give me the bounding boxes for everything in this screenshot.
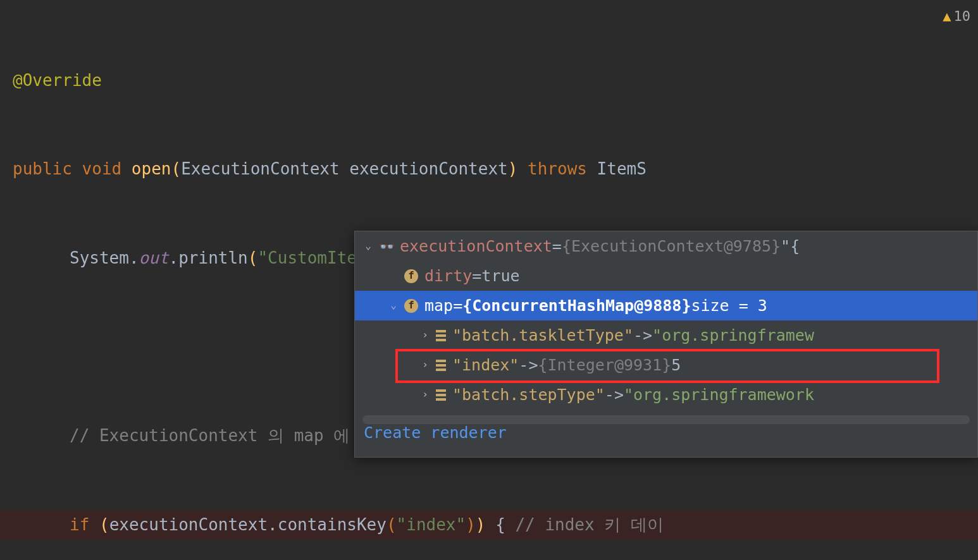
chevron-right-icon[interactable]: ›: [418, 386, 432, 404]
map-entry-icon: [436, 389, 446, 401]
debug-tree-node[interactable]: ⌄ 👓 executionContext = {ExecutionContext…: [355, 231, 977, 261]
annotation: @Override: [13, 66, 102, 95]
map-entry-icon: [436, 360, 446, 371]
code-line[interactable]: if (executionContext.containsKey("index"…: [13, 510, 978, 540]
chevron-down-icon[interactable]: ⌄: [361, 237, 375, 255]
watch-icon: 👓: [379, 235, 395, 258]
debug-tree-node[interactable]: › "batch.stepType" -> "org.springframewo…: [355, 380, 977, 410]
debug-tree-node[interactable]: › "batch.taskletType" -> "org.springfram…: [355, 320, 977, 350]
code-line[interactable]: public void open(ExecutionContext execut…: [13, 154, 978, 184]
debug-tree-node[interactable]: › "index" -> {Integer@9931} 5: [355, 350, 977, 380]
chevron-right-icon[interactable]: ›: [418, 356, 432, 374]
debug-tree-node[interactable]: f dirty = true: [355, 261, 977, 291]
field-icon: f: [404, 269, 418, 283]
horizontal-scrollbar[interactable]: [362, 415, 970, 424]
chevron-right-icon[interactable]: ›: [418, 326, 432, 344]
code-line[interactable]: @Override: [13, 66, 978, 95]
chevron-down-icon[interactable]: ⌄: [387, 296, 400, 315]
debug-tree-node-selected[interactable]: ⌄ f map = {ConcurrentHashMap@9888} size …: [355, 291, 977, 320]
field-icon: f: [404, 299, 418, 313]
debug-inspect-popup[interactable]: ⌄ 👓 executionContext = {ExecutionContext…: [354, 231, 978, 458]
map-entry-icon: [436, 330, 446, 341]
